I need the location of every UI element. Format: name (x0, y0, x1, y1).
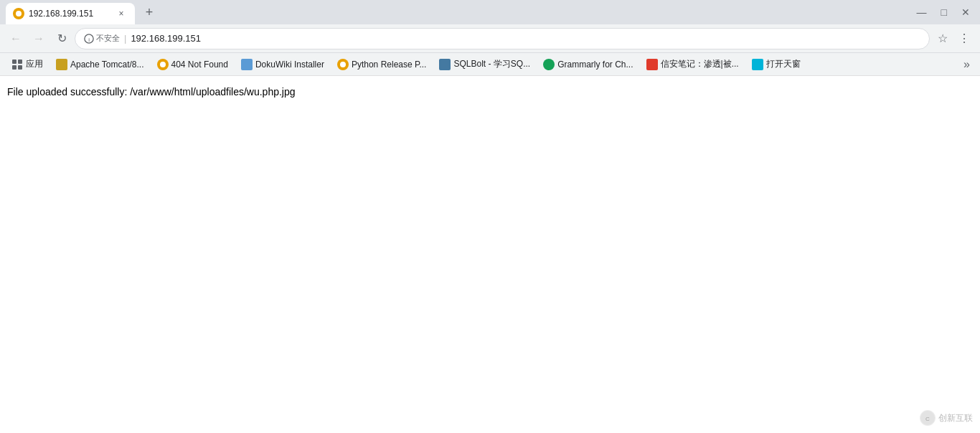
maximize-button[interactable]: □ (937, 5, 951, 19)
grammarly-favicon (543, 59, 555, 70)
navbar: ← → ↻ i 不安全 | 192.168.199.151 ☆ ⋮ (0, 24, 980, 53)
apps-favicon (11, 59, 23, 70)
url-text: 192.168.199.151 (131, 33, 920, 44)
titlebar: 192.168.199.151 × + — □ ✕ (0, 0, 980, 24)
forward-button[interactable]: → (29, 29, 49, 49)
bookmark-grammarly[interactable]: Grammarly for Ch... (537, 57, 639, 72)
bookmark-python[interactable]: Python Release P... (331, 57, 433, 72)
bookmark-python-label: Python Release P... (352, 60, 427, 70)
security-indicator: i 不安全 (84, 33, 120, 44)
bookmark-404-label: 404 Not Found (171, 60, 228, 70)
minimize-button[interactable]: — (913, 5, 931, 19)
bookmark-sqlbolt[interactable]: SQLBolt - 学习SQ... (433, 56, 536, 72)
window-controls: — □ ✕ (913, 5, 974, 19)
star-icon: ☆ (938, 32, 948, 45)
bookmark-dokuwiki-label: DokuWiki Installer (255, 60, 324, 70)
upload-success-message: File uploaded successfully: /var/www/htm… (7, 86, 296, 97)
address-divider: | (124, 33, 126, 44)
apps-grid-icon (12, 60, 22, 70)
bookmark-kaitianwu[interactable]: 打开天窗 (746, 56, 806, 72)
back-button[interactable]: ← (6, 29, 26, 49)
kaitianwu-favicon (752, 59, 763, 70)
dokuwiki-favicon (241, 59, 253, 70)
address-bar[interactable]: i 不安全 | 192.168.199.151 (75, 28, 930, 49)
bookmark-404[interactable]: 404 Not Found (151, 57, 234, 72)
reload-button[interactable]: ↻ (52, 29, 72, 49)
menu-icon: ⋮ (958, 32, 970, 45)
bookmarks-more-button[interactable]: » (959, 56, 974, 73)
forward-icon: → (33, 32, 44, 45)
tab-close-button[interactable]: × (115, 7, 128, 20)
sqlbolt-favicon (439, 59, 451, 70)
new-tab-button[interactable]: + (139, 2, 159, 22)
404-favicon (157, 59, 169, 70)
close-window-button[interactable]: ✕ (957, 5, 974, 19)
bookmark-star-button[interactable]: ☆ (933, 29, 953, 49)
svg-text:i: i (88, 36, 90, 42)
python-favicon (337, 59, 349, 70)
bookmark-grammarly-label: Grammarly for Ch... (557, 60, 633, 70)
xinjian-favicon (646, 59, 658, 70)
nav-actions: ☆ ⋮ (933, 29, 974, 49)
tomcat-favicon (56, 59, 67, 70)
bookmark-apps[interactable]: 应用 (6, 56, 49, 72)
security-label: 不安全 (96, 33, 120, 44)
lock-icon: i (84, 34, 94, 44)
back-icon: ← (10, 32, 22, 45)
bookmark-tomcat[interactable]: Apache Tomcat/8... (50, 57, 150, 72)
bookmark-xinjian-label: 信安笔记：渗透|被... (661, 58, 739, 70)
bookmark-apps-label: 应用 (26, 58, 43, 70)
bookmarks-bar: 应用 Apache Tomcat/8... 404 Not Found Doku… (0, 53, 980, 76)
tab-title: 192.168.199.151 (29, 9, 110, 19)
bookmark-kaitianwu-label: 打开天窗 (766, 58, 801, 70)
bookmark-sqlbolt-label: SQLBolt - 学习SQ... (453, 58, 530, 70)
reload-icon: ↻ (57, 32, 67, 45)
browser-menu-button[interactable]: ⋮ (954, 29, 974, 49)
active-tab[interactable]: 192.168.199.151 × (6, 3, 135, 24)
bookmark-xinjian[interactable]: 信安笔记：渗透|被... (641, 56, 745, 72)
bookmark-tomcat-label: Apache Tomcat/8... (70, 60, 144, 70)
tab-favicon (13, 8, 24, 19)
page-content: File uploaded successfully: /var/www/htm… (0, 76, 980, 108)
bookmark-dokuwiki[interactable]: DokuWiki Installer (235, 57, 330, 72)
